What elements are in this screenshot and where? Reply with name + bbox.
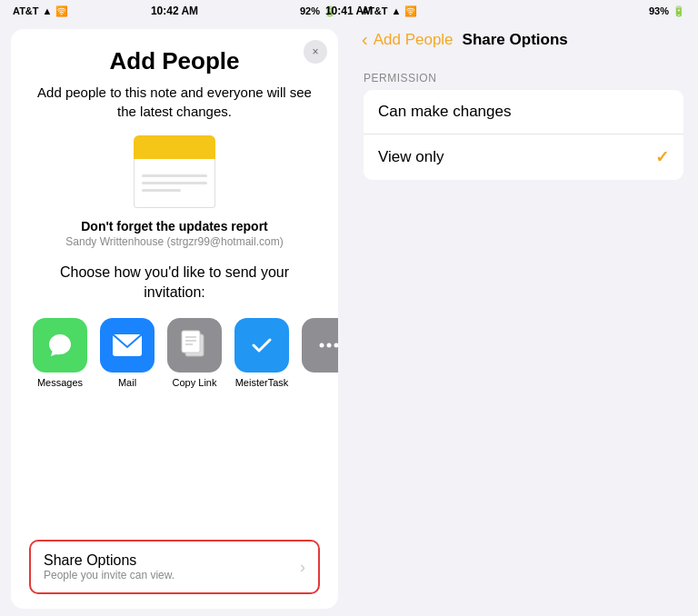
left-panel: AT&T ▲ 🛜 10:42 AM 92% 🔋 × Add People Add… (0, 0, 349, 616)
close-button[interactable]: × (304, 40, 327, 64)
left-wifi-icon: 🛜 (55, 5, 68, 17)
right-time: 10:41 AM (325, 5, 373, 17)
share-icons-row: Messages Mail (29, 318, 320, 388)
share-icon-mail[interactable]: Mail (100, 318, 155, 388)
add-people-modal: × Add People Add people to this note and… (11, 29, 338, 609)
right-status-right: 93% 🔋 (649, 5, 685, 17)
svg-rect-2 (182, 331, 200, 353)
messages-svg (45, 331, 75, 360)
copylink-svg (180, 329, 209, 362)
right-wifi-icon: 🛜 (404, 5, 417, 17)
copylink-icon (167, 318, 222, 373)
right-signal-icon: ▲ (392, 5, 402, 16)
note-icon-top (134, 135, 215, 161)
note-email: Sandy Writtenhouse (strgzr99@hotmail.com… (65, 235, 283, 248)
mail-icon (100, 318, 155, 373)
share-options-title: Share Options (44, 552, 174, 569)
back-arrow-icon[interactable]: ‹ (362, 29, 368, 50)
share-icon-more[interactable] (302, 318, 338, 373)
note-title: Don't forget the updates report (81, 219, 268, 233)
mail-label: Mail (118, 377, 136, 388)
mail-svg (112, 333, 143, 357)
share-icon-copylink[interactable]: Copy Link (167, 318, 222, 388)
share-options-row[interactable]: Share Options People you invite can view… (29, 540, 320, 594)
note-line-1 (142, 174, 207, 177)
option-view-only-label: View only (378, 148, 444, 166)
right-battery-icon: 🔋 (673, 5, 685, 17)
meistertask-svg (246, 330, 277, 361)
messages-label: Messages (37, 377, 83, 388)
option-view-only[interactable]: View only ✓ (364, 134, 683, 180)
share-options-subtitle: People you invite can view. (44, 569, 174, 581)
svg-point-6 (247, 331, 276, 360)
share-icon-messages[interactable]: Messages (33, 318, 87, 388)
share-icon-meistertask[interactable]: MeisterTask (234, 318, 289, 388)
right-status-bar: AT&T ▲ 🛜 10:41 AM 93% 🔋 (349, 0, 698, 22)
left-time: 10:42 AM (151, 5, 198, 17)
copylink-label: Copy Link (173, 377, 217, 388)
permission-options-list: Can make changes View only ✓ (364, 90, 683, 180)
svg-point-9 (334, 343, 339, 347)
modal-title: Add People (109, 47, 239, 75)
meistertask-icon (234, 318, 289, 373)
option-can-make-changes-label: Can make changes (378, 103, 511, 121)
meistertask-label: MeisterTask (235, 377, 289, 388)
view-only-checkmark-icon: ✓ (655, 147, 669, 167)
svg-point-7 (320, 343, 324, 347)
close-icon: × (312, 45, 318, 58)
note-icon-body (134, 159, 215, 208)
right-content: PERMISSION Can make changes View only ✓ (349, 59, 698, 616)
note-line-2 (142, 182, 207, 184)
right-battery: 93% (649, 5, 669, 16)
left-status-bar: AT&T ▲ 🛜 10:42 AM 92% 🔋 (0, 0, 349, 22)
left-status-left: AT&T ▲ 🛜 (13, 5, 68, 17)
left-battery: 92% (300, 5, 320, 16)
right-page-title: Share Options (463, 31, 568, 49)
right-panel: AT&T ▲ 🛜 10:41 AM 93% 🔋 ‹ Add People Sha… (349, 0, 698, 616)
more-dots-icon (318, 334, 338, 356)
share-options-text: Share Options People you invite can view… (44, 552, 174, 581)
choose-text: Choose how you'd like to send your invit… (29, 263, 320, 303)
left-carrier: AT&T (13, 5, 39, 16)
share-options-chevron-icon: › (300, 558, 305, 577)
note-icon (134, 135, 215, 208)
permission-section-header: PERMISSION (349, 59, 698, 90)
note-line-3 (142, 189, 181, 192)
back-label[interactable]: Add People (374, 31, 454, 49)
right-nav-bar: ‹ Add People Share Options (349, 22, 698, 59)
messages-icon (33, 318, 87, 373)
more-icon (302, 318, 338, 373)
option-can-make-changes[interactable]: Can make changes (364, 90, 683, 134)
svg-point-8 (327, 343, 332, 347)
modal-subtitle: Add people to this note and everyone wil… (29, 83, 320, 121)
left-signal-icon: ▲ (43, 5, 53, 16)
